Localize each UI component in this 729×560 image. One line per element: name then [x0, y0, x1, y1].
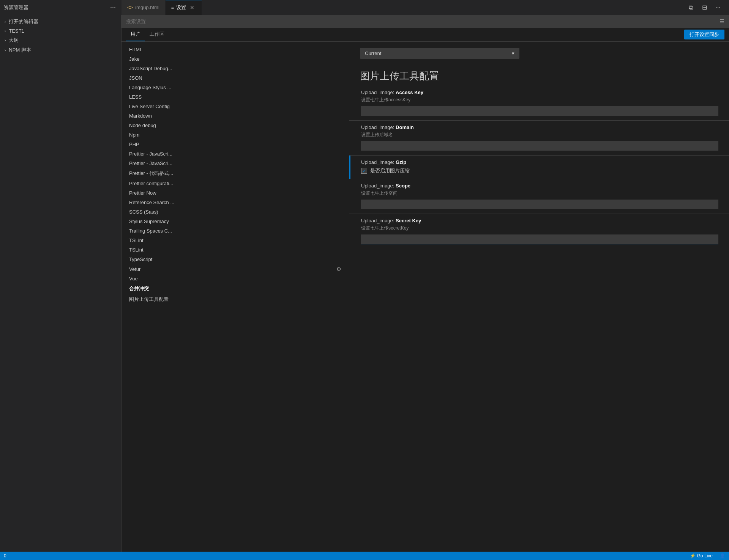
go-live-label: Go Live	[697, 553, 713, 558]
setting-gzip-bold: Gzip	[396, 159, 406, 165]
gear-icon[interactable]: ⚙	[336, 266, 341, 272]
list-item-trailing-spaces[interactable]: Trailing Spaces C...	[122, 226, 349, 236]
tab-user[interactable]: 用户	[126, 28, 145, 41]
chevron-right-icon: ›	[5, 48, 6, 52]
list-item-prettier-js2[interactable]: Prettier - JavaScri...	[122, 159, 349, 168]
split-editor-button[interactable]: ⧉	[685, 2, 696, 13]
list-item-node-debug[interactable]: Node debug	[122, 121, 349, 130]
list-item-typescript[interactable]: TypeScript	[122, 255, 349, 264]
list-item-live-server[interactable]: Live Server Config	[122, 102, 349, 111]
list-item-markdown[interactable]: Markdown	[122, 111, 349, 121]
list-item-tslint2[interactable]: TSLint	[122, 245, 349, 255]
setting-gzip-checkbox[interactable]: ✓ 是否启用图片压缩	[361, 167, 718, 174]
go-live-button[interactable]: ⚡ Go Live	[687, 553, 716, 558]
list-item-merge-conflict[interactable]: 合并冲突	[122, 283, 349, 294]
setting-scope-input[interactable]	[364, 201, 715, 207]
list-item-prettier-config-label: Prettier configurati...	[129, 181, 173, 186]
setting-domain-label: Upload_image: Domain	[361, 124, 718, 130]
list-item-typescript-label: TypeScript	[129, 256, 152, 262]
tab-workspace[interactable]: 工作区	[145, 28, 169, 41]
list-item-php[interactable]: PHP	[122, 140, 349, 149]
search-icon[interactable]: ☰	[720, 18, 724, 24]
list-item-npm[interactable]: Npm	[122, 130, 349, 140]
setting-secret-key-prefix: Upload_image:	[361, 218, 396, 223]
list-item-js-debug[interactable]: JavaScript Debug...	[122, 64, 349, 73]
user-icon: 👤	[720, 553, 725, 558]
list-item-trailing-spaces-label: Trailing Spaces C...	[129, 228, 172, 234]
go-live-icon: ⚡	[690, 553, 696, 558]
list-item-lang-stylus[interactable]: Language Stylus ...	[122, 83, 349, 92]
tab-settings[interactable]: ≡ 设置 ✕	[166, 0, 202, 15]
setting-domain-prefix: Upload_image:	[361, 124, 396, 130]
setting-secret-key-label: Upload_image: Secret Key	[361, 218, 718, 223]
sidebar-item-open-editors-label: 打开的编辑器	[9, 18, 38, 25]
tab-imgup[interactable]: <> imgup.html	[122, 0, 166, 15]
list-item-vue[interactable]: Vue	[122, 274, 349, 283]
setting-domain-input-box	[361, 141, 718, 151]
list-item-html[interactable]: HTML	[122, 45, 349, 54]
explorer-more-button[interactable]: ···	[108, 3, 118, 11]
setting-access-key-input[interactable]	[364, 108, 715, 114]
title-bar: 资源管理器 ··· <> imgup.html ≡ 设置 ✕ ⧉ ⊟ ···	[0, 0, 729, 15]
list-item-img-upload[interactable]: 图片上传工具配置	[122, 294, 349, 305]
sidebar-item-open-editors[interactable]: › 打开的编辑器	[0, 17, 121, 27]
setting-scope: Upload_image: Scope 设置七牛上传空间	[349, 179, 729, 214]
list-item-less[interactable]: LESS	[122, 92, 349, 102]
tab-user-label: 用户	[131, 31, 140, 37]
list-item-prettier-config[interactable]: Prettier configurati...	[122, 179, 349, 188]
list-item-prettier-code[interactable]: Prettier - 代码格式...	[122, 168, 349, 179]
setting-gzip-checkbox-label: 是否启用图片压缩	[370, 167, 410, 174]
title-bar-actions: ⧉ ⊟ ···	[680, 2, 729, 13]
setting-access-key-input-box	[361, 106, 718, 116]
list-item-json[interactable]: JSON	[122, 73, 349, 83]
list-item-prettier-now[interactable]: Prettier Now	[122, 188, 349, 198]
tab-settings-icon: ≡	[171, 5, 174, 11]
sidebar-item-outline[interactable]: › 大纲	[0, 35, 121, 45]
content-area: ☰ 用户 工作区 打开设置同步 HTML	[122, 15, 729, 560]
scope-dropdown-value: Current	[365, 50, 381, 56]
list-item-scss-sass-label: SCSS (Sass)	[129, 209, 158, 215]
explorer-title: 资源管理器	[4, 4, 28, 11]
status-error-count: 0	[4, 553, 6, 558]
list-item-vetur[interactable]: Vetur ⚙	[122, 264, 349, 274]
setting-scope-bold: Scope	[396, 183, 410, 189]
tab-group: 用户 工作区	[126, 28, 169, 41]
layout-icon: ⊟	[702, 4, 707, 11]
list-item-prettier-js1[interactable]: Prettier - JavaScri...	[122, 149, 349, 159]
list-item-reference-search[interactable]: Reference Search ...	[122, 198, 349, 207]
list-item-scss-sass[interactable]: SCSS (Sass)	[122, 207, 349, 217]
more-actions-icon: ···	[715, 4, 720, 11]
list-item-jake[interactable]: Jake	[122, 54, 349, 64]
panels: HTML Jake JavaScript Debug... JSON Langu…	[122, 42, 729, 560]
list-item-lang-stylus-label: Language Stylus ...	[129, 85, 171, 90]
sidebar-item-test1[interactable]: › TEST1	[0, 27, 121, 35]
chevron-right-icon: ›	[5, 38, 6, 42]
sidebar-sections: › 打开的编辑器 › TEST1 › 大纲 › NPM 脚本	[0, 15, 121, 57]
search-input[interactable]	[126, 19, 720, 24]
layout-button[interactable]: ⊟	[699, 2, 710, 13]
sidebar-item-test1-label: TEST1	[9, 28, 24, 34]
chevron-right-icon: ›	[5, 20, 6, 24]
list-item-tslint2-label: TSLint	[129, 247, 144, 253]
setting-domain-bold: Domain	[396, 124, 414, 130]
setting-domain: Upload_image: Domain 设置上传后域名	[349, 121, 729, 155]
list-item-stylus-supremacy[interactable]: Stylus Supremacy	[122, 217, 349, 226]
sync-button[interactable]: 打开设置同步	[684, 30, 724, 39]
setting-gzip-label: Upload_image: Gzip	[361, 159, 718, 165]
setting-secret-key-bold: Secret Key	[396, 218, 421, 223]
list-item-reference-search-label: Reference Search ...	[129, 200, 174, 205]
list-item-tslint1[interactable]: TSLint	[122, 236, 349, 245]
list-item-less-label: LESS	[129, 94, 142, 100]
status-right: ⚡ Go Live 👤	[687, 553, 725, 558]
scope-dropdown[interactable]: Current ▾	[360, 48, 519, 59]
more-actions-button[interactable]: ···	[713, 2, 723, 13]
setting-scope-label: Upload_image: Scope	[361, 183, 718, 189]
setting-domain-input[interactable]	[364, 143, 715, 149]
list-item-npm-label: Npm	[129, 132, 139, 138]
setting-secret-key-input[interactable]	[364, 236, 715, 242]
list-item-json-label: JSON	[129, 75, 142, 81]
sidebar-item-npm-scripts[interactable]: › NPM 脚本	[0, 45, 121, 55]
tab-settings-close[interactable]: ✕	[188, 4, 196, 11]
setting-secret-key-desc: 设置七牛上传secretKey	[361, 225, 718, 231]
sidebar: › 打开的编辑器 › TEST1 › 大纲 › NPM 脚本	[0, 15, 122, 560]
